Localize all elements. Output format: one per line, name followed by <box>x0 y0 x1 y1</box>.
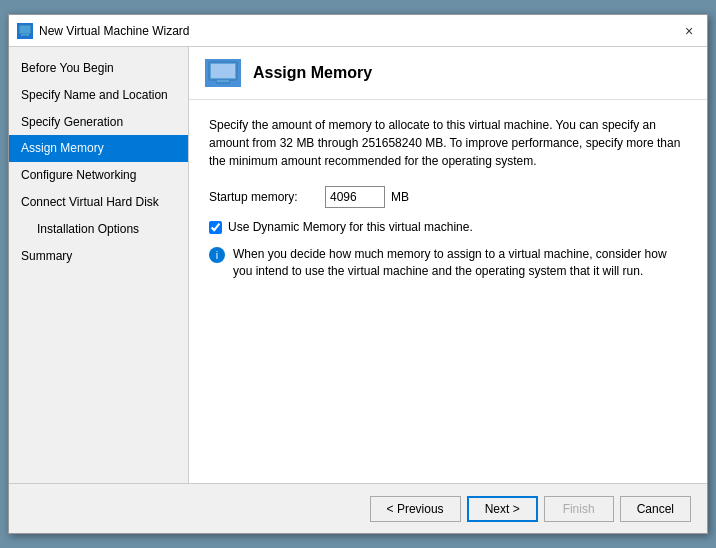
description-content: Specify the amount of memory to allocate… <box>209 118 680 168</box>
info-text: When you decide how much memory to assig… <box>233 246 687 280</box>
footer: < Previous Next > Finish Cancel <box>9 483 707 533</box>
startup-memory-input[interactable] <box>325 186 385 208</box>
sidebar-item-generation[interactable]: Specify Generation <box>9 109 188 136</box>
window-icon <box>17 23 33 39</box>
page-header: Assign Memory <box>189 47 707 100</box>
next-button[interactable]: Next > <box>467 496 538 522</box>
sidebar-item-before-you-begin[interactable]: Before You Begin <box>9 55 188 82</box>
window-title: New Virtual Machine Wizard <box>39 24 190 38</box>
sidebar-item-assign-memory[interactable]: Assign Memory <box>9 135 188 162</box>
sidebar-item-installation[interactable]: Installation Options <box>9 216 188 243</box>
info-box: i When you decide how much memory to ass… <box>209 246 687 280</box>
info-icon: i <box>209 247 225 263</box>
svg-rect-4 <box>211 64 235 78</box>
description-text: Specify the amount of memory to allocate… <box>209 116 687 170</box>
startup-memory-label: Startup memory: <box>209 190 319 204</box>
sidebar-item-summary[interactable]: Summary <box>9 243 188 270</box>
main-window: New Virtual Machine Wizard × Before You … <box>8 14 708 534</box>
dynamic-memory-row: Use Dynamic Memory for this virtual mach… <box>209 220 687 234</box>
sidebar-item-name-location[interactable]: Specify Name and Location <box>9 82 188 109</box>
page-header-icon <box>205 59 241 87</box>
sidebar: Before You Begin Specify Name and Locati… <box>9 47 189 483</box>
previous-button[interactable]: < Previous <box>370 496 461 522</box>
cancel-button[interactable]: Cancel <box>620 496 691 522</box>
finish-button[interactable]: Finish <box>544 496 614 522</box>
startup-memory-unit: MB <box>391 190 409 204</box>
startup-memory-row: Startup memory: MB <box>209 186 687 208</box>
svg-rect-0 <box>19 25 31 34</box>
sidebar-item-hard-disk[interactable]: Connect Virtual Hard Disk <box>9 189 188 216</box>
content-area: Before You Begin Specify Name and Locati… <box>9 47 707 483</box>
sidebar-item-networking[interactable]: Configure Networking <box>9 162 188 189</box>
title-bar: New Virtual Machine Wizard × <box>9 15 707 47</box>
page-title: Assign Memory <box>253 64 372 82</box>
dynamic-memory-label[interactable]: Use Dynamic Memory for this virtual mach… <box>228 220 473 234</box>
dynamic-memory-checkbox[interactable] <box>209 221 222 234</box>
main-content: Assign Memory Specify the amount of memo… <box>189 47 707 483</box>
page-body: Specify the amount of memory to allocate… <box>189 100 707 483</box>
title-bar-left: New Virtual Machine Wizard <box>17 23 190 39</box>
close-button[interactable]: × <box>679 21 699 41</box>
